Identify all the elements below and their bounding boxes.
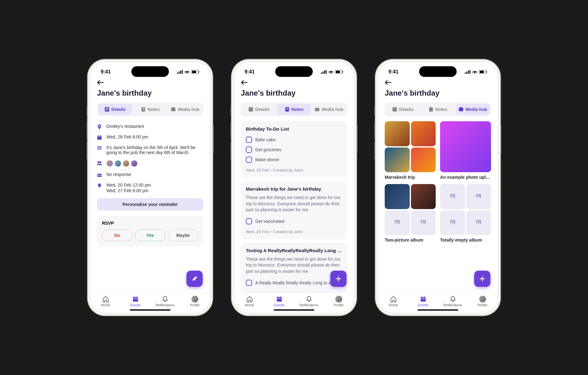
media-icon: [171, 107, 176, 112]
tab-details[interactable]: Details: [242, 104, 276, 115]
todo-item[interactable]: Get groceries: [246, 145, 342, 155]
media-icon: [459, 107, 464, 112]
note-meta: Wed, 28 Feb•Created by John: [246, 229, 342, 234]
svg-point-21: [98, 161, 99, 163]
personalise-reminder-button[interactable]: Personalise your reminder: [97, 198, 203, 211]
album-title: Marrakesh trip: [385, 175, 436, 180]
svg-rect-38: [286, 109, 288, 109]
checkbox-icon[interactable]: [246, 157, 252, 163]
svg-rect-25: [133, 298, 138, 298]
attendee-avatars[interactable]: [106, 160, 138, 167]
svg-rect-49: [480, 71, 484, 73]
svg-point-58: [422, 221, 423, 222]
signal-icon: [177, 70, 183, 74]
nav-events[interactable]: Events: [408, 296, 438, 307]
album-item[interactable]: Two-picture album: [385, 184, 436, 242]
svg-rect-10: [106, 110, 107, 111]
nav-notifications[interactable]: Notifications: [294, 296, 324, 307]
status-time: 9:41: [245, 69, 255, 75]
note-description: These are the things we need to get done…: [246, 195, 342, 213]
svg-rect-0: [177, 72, 178, 74]
album-item[interactable]: Marrakesh trip: [385, 121, 436, 180]
todo-item[interactable]: A Really Really Really Really Long to do…: [246, 278, 342, 288]
tab-notes[interactable]: Notes: [133, 104, 167, 115]
svg-rect-17: [97, 137, 102, 137]
nav-back: [378, 78, 497, 86]
todo-item[interactable]: Bake cake: [246, 135, 342, 145]
checkbox-icon[interactable]: [246, 137, 252, 143]
svg-rect-54: [460, 107, 462, 108]
rsvp-no-button[interactable]: No: [102, 229, 132, 241]
wifi-icon: [328, 70, 333, 74]
signal-icon: [465, 70, 470, 74]
svg-rect-12: [142, 108, 144, 108]
album-item[interactable]: Totally empty album: [440, 184, 491, 242]
nav-notifications[interactable]: Notifications: [438, 296, 468, 307]
nav-profile[interactable]: Profile: [324, 296, 353, 307]
svg-rect-5: [192, 71, 196, 73]
back-button[interactable]: [97, 80, 203, 85]
checkbox-icon[interactable]: [246, 280, 252, 286]
bell-icon: [97, 183, 102, 188]
note-card[interactable]: Birthday To-Do List Bake cake Get grocer…: [241, 121, 347, 178]
device-notch: [275, 66, 313, 77]
add-fab[interactable]: [474, 271, 490, 287]
svg-rect-68: [420, 298, 426, 298]
nav-home[interactable]: Home: [91, 296, 120, 307]
nav-notifications[interactable]: Notifications: [150, 296, 180, 307]
album-placeholder: [385, 210, 410, 235]
album-item[interactable]: An example photo upl...: [440, 121, 491, 180]
nav-home[interactable]: Home: [378, 296, 408, 307]
tab-notes[interactable]: Notes: [277, 104, 311, 115]
svg-rect-33: [336, 71, 340, 73]
tab-details[interactable]: Details: [386, 104, 420, 115]
image-placeholder-icon: [449, 193, 456, 200]
edit-fab[interactable]: [186, 271, 203, 287]
svg-rect-30: [324, 71, 325, 74]
nav-home[interactable]: Home: [235, 296, 264, 307]
wifi-icon: [472, 70, 477, 74]
svg-rect-16: [97, 136, 102, 140]
note-card[interactable]: Marrakesh trip for Jane's birthday These…: [241, 181, 347, 239]
plus-icon: [479, 275, 486, 282]
nav-profile[interactable]: Profile: [468, 296, 497, 307]
profile-avatar-icon: [191, 296, 198, 302]
checkbox-icon[interactable]: [246, 218, 252, 224]
nav-events[interactable]: Events: [264, 296, 294, 307]
back-button[interactable]: [385, 80, 491, 85]
inbox-icon: [97, 172, 102, 178]
todo-item[interactable]: Get vaccinated: [246, 216, 342, 226]
tab-details[interactable]: Details: [98, 104, 132, 115]
tab-notes[interactable]: Notes: [421, 104, 455, 115]
album-title: An example photo upl...: [440, 175, 491, 180]
rsvp-yes-button[interactable]: Yes: [135, 229, 165, 241]
back-button[interactable]: [241, 80, 347, 85]
svg-rect-24: [133, 297, 138, 302]
checkbox-icon[interactable]: [246, 147, 252, 153]
note-title: Marrakesh trip for Jane's birthday: [246, 186, 342, 192]
image-placeholder-icon: [394, 219, 401, 226]
rsvp-maybe-button[interactable]: Maybe: [168, 229, 198, 241]
tab-media[interactable]: Media hub: [456, 104, 490, 115]
album-title: Totally empty album: [440, 238, 491, 242]
svg-rect-31: [326, 70, 327, 74]
tab-media[interactable]: Media hub: [312, 104, 346, 115]
detail-description: It's Jane's birthday on the 5th of April…: [97, 142, 203, 158]
profile-avatar-icon: [479, 296, 486, 302]
notifications-icon: [306, 296, 312, 302]
media-icon: [315, 107, 320, 112]
svg-rect-44: [465, 72, 466, 74]
phone-notes: 9:41 Jane's birthday Details Notes: [231, 59, 357, 316]
battery-icon: [191, 70, 200, 74]
nav-profile[interactable]: Profile: [180, 296, 210, 307]
todo-item[interactable]: Make dinner: [246, 155, 342, 165]
tab-media[interactable]: Media hub: [168, 104, 202, 115]
avatar: [114, 160, 121, 167]
svg-rect-45: [466, 72, 467, 74]
svg-rect-18: [97, 146, 102, 147]
device-notch: [131, 66, 169, 77]
svg-rect-28: [321, 72, 322, 74]
nav-events[interactable]: Events: [120, 296, 150, 307]
album-thumbnail: [385, 148, 410, 172]
add-fab[interactable]: [330, 271, 347, 287]
